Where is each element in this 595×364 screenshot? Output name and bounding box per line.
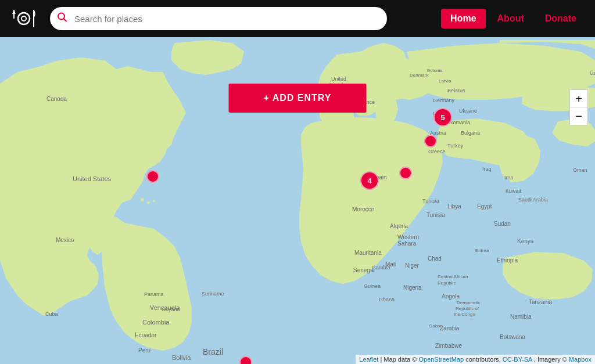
svg-text:Iraq: Iraq bbox=[482, 166, 492, 172]
pin-circle: 4 bbox=[360, 171, 379, 190]
svg-text:Mexico: Mexico bbox=[56, 237, 74, 243]
svg-text:Cuba: Cuba bbox=[45, 311, 58, 317]
ccbysa-link[interactable]: CC-BY-SA bbox=[503, 356, 532, 363]
svg-text:Saudi Arabia: Saudi Arabia bbox=[518, 197, 548, 203]
svg-text:Central African: Central African bbox=[438, 274, 468, 279]
svg-text:Ukraine: Ukraine bbox=[459, 108, 477, 114]
svg-text:Colombia: Colombia bbox=[142, 319, 170, 326]
svg-text:Mauritania: Mauritania bbox=[354, 250, 382, 256]
map-pin-us-east[interactable] bbox=[146, 170, 159, 183]
svg-point-11 bbox=[153, 200, 155, 202]
map-container: United States Canada Mexico Cuba Venezue… bbox=[0, 37, 595, 364]
svg-text:Ethiopia: Ethiopia bbox=[497, 257, 518, 264]
osm-link[interactable]: OpenStreetMap bbox=[418, 356, 464, 363]
pin-circle: 5 bbox=[433, 108, 452, 127]
svg-text:Guinea: Guinea bbox=[364, 283, 381, 289]
svg-text:United: United bbox=[331, 76, 346, 82]
svg-text:Ecuador: Ecuador bbox=[135, 332, 157, 338]
svg-text:Iran: Iran bbox=[504, 175, 514, 181]
svg-text:Eritrea: Eritrea bbox=[475, 248, 489, 253]
attribution-text: | Map data © bbox=[380, 356, 418, 363]
svg-text:Kuwait: Kuwait bbox=[506, 188, 522, 194]
svg-text:Republic: Republic bbox=[438, 280, 456, 286]
svg-text:Denmark: Denmark bbox=[410, 73, 429, 78]
svg-text:Libya: Libya bbox=[447, 203, 461, 210]
svg-text:Mali: Mali bbox=[385, 261, 396, 268]
svg-point-4 bbox=[21, 16, 26, 21]
search-container bbox=[50, 7, 387, 30]
nav-home[interactable]: Home bbox=[441, 9, 485, 28]
svg-text:Angola: Angola bbox=[442, 293, 460, 300]
pin-circle bbox=[399, 167, 412, 179]
svg-text:Morocco: Morocco bbox=[352, 206, 375, 212]
svg-text:Democratic: Democratic bbox=[457, 300, 480, 305]
map-pin-spain[interactable]: 4 bbox=[360, 171, 379, 190]
svg-text:Panama: Panama bbox=[144, 291, 164, 297]
map-pin-germany[interactable]: 5 bbox=[433, 108, 452, 127]
search-input[interactable] bbox=[50, 7, 387, 30]
svg-text:Gabon: Gabon bbox=[429, 323, 443, 329]
svg-text:Suriname: Suriname bbox=[202, 291, 224, 297]
map-pin-brazil[interactable] bbox=[239, 356, 252, 364]
svg-text:Tunisia: Tunisia bbox=[422, 198, 439, 204]
svg-text:Western: Western bbox=[397, 234, 419, 240]
svg-text:Tunisia: Tunisia bbox=[426, 212, 445, 218]
svg-text:Germany: Germany bbox=[433, 98, 455, 103]
mapbox-link[interactable]: Mapbox bbox=[569, 356, 592, 363]
zoom-controls: + − bbox=[569, 89, 588, 125]
nav-about[interactable]: About bbox=[488, 9, 533, 28]
svg-point-3 bbox=[18, 13, 30, 24]
svg-text:Botswana: Botswana bbox=[500, 334, 525, 340]
svg-text:Kenya: Kenya bbox=[517, 238, 534, 244]
svg-point-9 bbox=[141, 198, 144, 201]
logo-icon bbox=[9, 7, 38, 30]
pin-circle bbox=[239, 356, 252, 364]
svg-text:Egypt: Egypt bbox=[477, 203, 492, 210]
svg-text:Latvia: Latvia bbox=[439, 78, 451, 84]
pin-circle bbox=[146, 170, 159, 183]
svg-text:Sahara: Sahara bbox=[397, 240, 417, 247]
zoom-in-button[interactable]: + bbox=[570, 90, 587, 107]
svg-text:Ghana: Ghana bbox=[379, 297, 395, 302]
map-pin-italy[interactable] bbox=[399, 167, 412, 179]
svg-text:Republic of: Republic of bbox=[456, 306, 479, 311]
svg-text:Zambia: Zambia bbox=[440, 325, 460, 331]
svg-text:Belarus: Belarus bbox=[447, 88, 465, 93]
svg-text:Zimbabwe: Zimbabwe bbox=[435, 343, 463, 349]
svg-text:United States: United States bbox=[73, 175, 112, 182]
svg-text:Peru: Peru bbox=[138, 347, 150, 354]
svg-text:Nigeria: Nigeria bbox=[403, 284, 422, 291]
add-entry-button[interactable]: + ADD ENTRY bbox=[229, 84, 367, 113]
main-nav: Home About Donate bbox=[441, 9, 586, 28]
svg-text:Bolivia: Bolivia bbox=[172, 354, 191, 361]
svg-text:Brazil: Brazil bbox=[203, 347, 223, 356]
svg-text:Romania: Romania bbox=[449, 120, 470, 125]
zoom-out-button[interactable]: − bbox=[570, 107, 587, 125]
svg-text:Uz: Uz bbox=[590, 70, 595, 76]
svg-point-10 bbox=[147, 201, 150, 204]
svg-text:Namibia: Namibia bbox=[510, 313, 532, 320]
svg-text:Estonia: Estonia bbox=[427, 68, 443, 73]
svg-text:Guyana: Guyana bbox=[162, 307, 180, 312]
svg-text:Greece: Greece bbox=[428, 149, 446, 154]
svg-text:Niger: Niger bbox=[405, 262, 420, 269]
leaflet-link[interactable]: Leaflet bbox=[359, 356, 378, 363]
attribution-text3: , Imagery © bbox=[534, 356, 569, 363]
logo bbox=[9, 7, 38, 30]
header: Home About Donate bbox=[0, 0, 595, 37]
svg-text:Canada: Canada bbox=[46, 96, 67, 102]
pin-circle bbox=[424, 135, 437, 147]
svg-text:Sudan: Sudan bbox=[494, 221, 511, 227]
attribution-text2: contributors, bbox=[465, 356, 503, 363]
map-attribution: Leaflet | Map data © OpenStreetMap contr… bbox=[356, 355, 595, 364]
map-pin-france[interactable] bbox=[424, 135, 437, 147]
svg-text:the Congo: the Congo bbox=[454, 312, 475, 317]
svg-text:Bulgaria: Bulgaria bbox=[461, 130, 480, 136]
svg-text:Chad: Chad bbox=[428, 255, 442, 262]
svg-text:Tanzania: Tanzania bbox=[529, 299, 552, 305]
nav-donate[interactable]: Donate bbox=[536, 9, 586, 28]
svg-text:Oman: Oman bbox=[573, 167, 587, 173]
svg-text:Algeria: Algeria bbox=[390, 223, 408, 229]
svg-text:Turkey: Turkey bbox=[447, 143, 464, 149]
